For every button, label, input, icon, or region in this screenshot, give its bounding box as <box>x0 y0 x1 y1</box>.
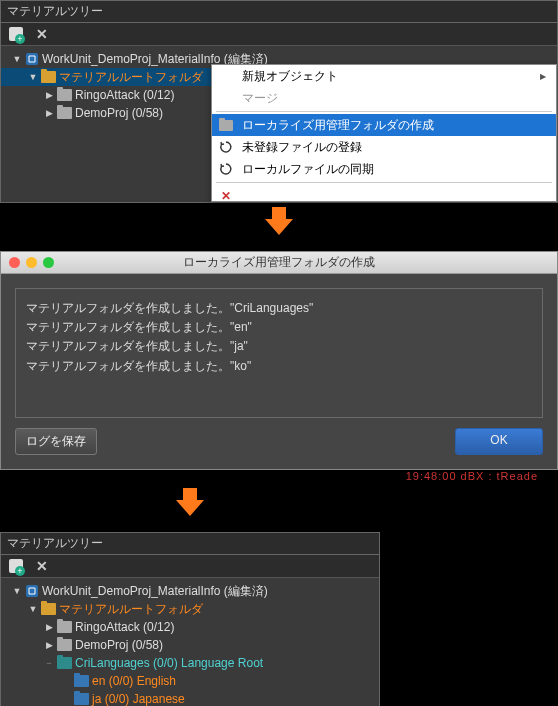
menu-label: ローカライズ用管理フォルダの作成 <box>242 117 434 134</box>
dialog-body: マテリアルフォルダを作成しました。"CriLanguages" マテリアルフォル… <box>1 274 557 469</box>
tree-label: RingoAttack (0/12) <box>75 620 174 634</box>
folder-icon <box>41 71 56 83</box>
panel-toolbar: ✕ <box>1 23 557 46</box>
tree-label: WorkUnit_DemoProj_MaterialInfo (編集済) <box>42 583 268 600</box>
tree-label: DemoProj (0/58) <box>75 638 163 652</box>
dialog-title: ローカライズ用管理フォルダの作成 <box>1 254 557 271</box>
refresh-icon <box>218 139 234 155</box>
expand-icon[interactable]: ▼ <box>12 54 22 64</box>
folder-icon <box>74 675 89 687</box>
material-tree: ▼ WorkUnit_DemoProj_MaterialInfo (編集済) ▼… <box>1 578 379 706</box>
workunit-icon <box>25 52 39 66</box>
material-tree-panel-result: マテリアルツリー ✕ ▼ WorkUnit_DemoProj_MaterialI… <box>0 532 380 706</box>
menu-label: 新規オブジェクト <box>242 68 338 85</box>
tree-row-en[interactable]: en (0/0) English <box>1 672 379 690</box>
folder-icon <box>57 89 72 101</box>
tree-label: DemoProj (0/58) <box>75 106 163 120</box>
log-line: マテリアルフォルダを作成しました。"ja" <box>26 337 532 356</box>
expand-icon[interactable]: ▶ <box>44 90 54 100</box>
folder-icon <box>57 639 72 651</box>
tree-label: CriLanguages (0/0) Language Root <box>75 656 263 670</box>
add-doc-icon[interactable] <box>7 558 25 574</box>
add-doc-icon[interactable] <box>7 26 25 42</box>
expand-icon[interactable]: ▶ <box>44 622 54 632</box>
panel-title: マテリアルツリー <box>1 533 379 555</box>
delete-icon[interactable]: ✕ <box>33 558 51 574</box>
tree-label: マテリアルルートフォルダ <box>59 601 203 618</box>
svg-rect-1 <box>26 585 38 597</box>
ok-button[interactable]: OK <box>455 428 543 455</box>
expand-icon[interactable]: ▶ <box>44 108 54 118</box>
dialog-buttons: ログを保存 OK <box>15 428 543 455</box>
material-tree-panel-initial: マテリアルツリー ✕ ▼ WorkUnit_DemoProj_MaterialI… <box>0 0 558 203</box>
create-l10n-dialog: ローカライズ用管理フォルダの作成 マテリアルフォルダを作成しました。"CriLa… <box>0 251 558 470</box>
expand-icon[interactable]: ▼ <box>12 586 22 596</box>
flow-arrow <box>0 484 380 532</box>
menu-item-merge: マージ <box>212 87 556 109</box>
window-controls <box>1 257 54 268</box>
close-icon[interactable] <box>9 257 20 268</box>
menu-item-sync-local[interactable]: ローカルファイルの同期 <box>212 158 556 180</box>
tree-label: ja (0/0) Japanese <box>92 692 185 706</box>
background-text: 19:48:00 dBX : tReade <box>0 470 558 484</box>
log-line: マテリアルフォルダを作成しました。"en" <box>26 318 532 337</box>
panel-title: マテリアルツリー <box>1 1 557 23</box>
tree-label: マテリアルルートフォルダ <box>59 69 203 86</box>
material-tree: ▼ WorkUnit_DemoProj_MaterialInfo (編集済) ▼… <box>1 46 557 202</box>
sync-icon <box>218 161 234 177</box>
dialog-titlebar: ローカライズ用管理フォルダの作成 <box>1 252 557 274</box>
tree-row-demo[interactable]: ▶ DemoProj (0/58) <box>1 636 379 654</box>
log-output: マテリアルフォルダを作成しました。"CriLanguages" マテリアルフォル… <box>15 288 543 418</box>
context-menu: 新規オブジェクト マージ ローカライズ用管理フォルダの作成 未登録ファイルの登録 <box>211 64 557 202</box>
svg-rect-0 <box>26 53 38 65</box>
tree-label: en (0/0) English <box>92 674 176 688</box>
save-log-button[interactable]: ログを保存 <box>15 428 97 455</box>
workunit-icon <box>25 584 39 598</box>
x-icon: ✕ <box>218 188 234 201</box>
expand-icon[interactable]: ▼ <box>28 72 38 82</box>
folder-icon <box>57 107 72 119</box>
folder-icon <box>74 693 89 705</box>
minimize-icon[interactable] <box>26 257 37 268</box>
menu-separator <box>216 111 552 112</box>
panel-toolbar: ✕ <box>1 555 379 578</box>
tree-row-crilanguages[interactable]: − CriLanguages (0/0) Language Root <box>1 654 379 672</box>
menu-separator <box>216 182 552 183</box>
tree-row-workunit[interactable]: ▼ WorkUnit_DemoProj_MaterialInfo (編集済) <box>1 582 379 600</box>
tree-row-ja[interactable]: ja (0/0) Japanese <box>1 690 379 706</box>
menu-item-new-object[interactable]: 新規オブジェクト <box>212 65 556 87</box>
flow-arrow <box>0 203 558 251</box>
log-line: マテリアルフォルダを作成しました。"CriLanguages" <box>26 299 532 318</box>
arrow-down-icon <box>176 500 204 516</box>
folder-icon <box>57 621 72 633</box>
menu-item-create-l10n-folder[interactable]: ローカライズ用管理フォルダの作成 <box>212 114 556 136</box>
expand-icon[interactable]: ▶ <box>44 640 54 650</box>
folder-icon <box>41 603 56 615</box>
tree-label: RingoAttack (0/12) <box>75 88 174 102</box>
delete-icon[interactable]: ✕ <box>33 26 51 42</box>
menu-label: マージ <box>242 90 278 107</box>
menu-item-register-files[interactable]: 未登録ファイルの登録 <box>212 136 556 158</box>
folder-icon <box>57 657 72 669</box>
expand-icon[interactable]: ▼ <box>28 604 38 614</box>
log-line: マテリアルフォルダを作成しました。"ko" <box>26 357 532 376</box>
arrow-down-icon <box>265 219 293 235</box>
expand-icon[interactable]: − <box>44 658 54 668</box>
menu-label: ローカルファイルの同期 <box>242 161 374 178</box>
menu-label: 未登録ファイルの登録 <box>242 139 362 156</box>
tree-row-root[interactable]: ▼ マテリアルルートフォルダ <box>1 600 379 618</box>
folder-icon <box>218 117 234 133</box>
tree-row-ringo[interactable]: ▶ RingoAttack (0/12) <box>1 618 379 636</box>
zoom-icon[interactable] <box>43 257 54 268</box>
menu-cutoff: ✕ <box>212 185 556 201</box>
